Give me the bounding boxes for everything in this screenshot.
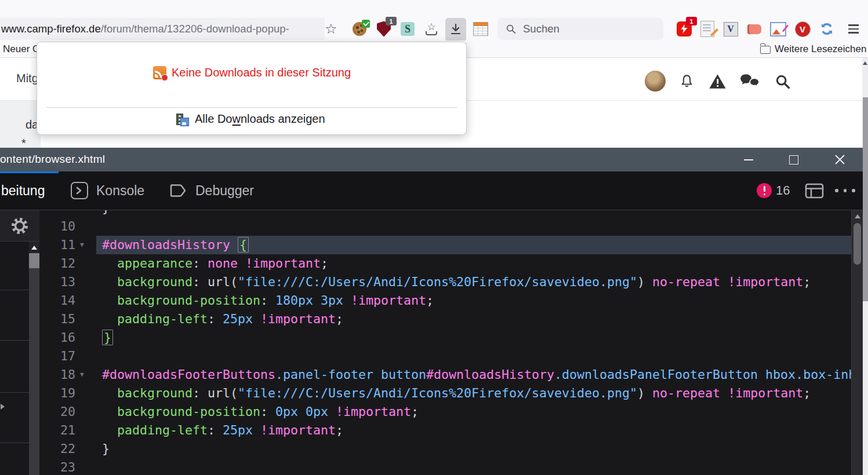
code-line-16[interactable]: } bbox=[96, 328, 851, 347]
download-boost-extension-icon[interactable]: 1 bbox=[676, 21, 692, 37]
menu-button[interactable] bbox=[845, 21, 862, 37]
tab-label: Debugger bbox=[195, 183, 254, 199]
gutter-line-21: 21 bbox=[39, 421, 96, 440]
minimize-button[interactable] bbox=[735, 148, 762, 171]
stylesheet-list-scrollbar[interactable] bbox=[29, 242, 39, 475]
code-line-14[interactable]: background-position: 180px 3px !importan… bbox=[96, 291, 851, 310]
gutter-line-20: 20 bbox=[39, 403, 96, 421]
code-line-11[interactable]: #downloadsHistory { bbox=[96, 236, 851, 254]
table-extension-icon[interactable] bbox=[473, 21, 489, 37]
close-button[interactable] bbox=[826, 148, 853, 171]
devtools-menu-button[interactable] bbox=[835, 189, 855, 192]
stylesheet-list bbox=[0, 242, 29, 475]
stylesheet-list-item[interactable] bbox=[0, 242, 29, 290]
tab-style-editor[interactable]: beitung bbox=[1, 171, 45, 210]
tab-console[interactable]: Konsole bbox=[71, 171, 144, 210]
error-badge-icon[interactable] bbox=[757, 183, 772, 198]
script-page-icon bbox=[700, 21, 714, 37]
code-line-19[interactable]: background: url("file:///C:/Users/Andi/I… bbox=[96, 384, 851, 403]
split-console-button[interactable] bbox=[805, 183, 824, 199]
bookmark-star-icon[interactable]: ☆ bbox=[325, 21, 337, 37]
cookie-extension-icon[interactable] bbox=[351, 21, 368, 37]
code-line-20[interactable]: background-position: 0px 0px !important; bbox=[96, 403, 851, 421]
editor-code[interactable]: }#downloadsHistory { appearance: none !i… bbox=[96, 210, 851, 475]
show-all-downloads-icon bbox=[176, 114, 189, 126]
url-domain: www.camp-firefox.de bbox=[1, 23, 101, 35]
options-button[interactable] bbox=[0, 210, 39, 242]
addon-star-extension-icon[interactable]: ☆ bbox=[423, 21, 440, 37]
gutter-line-16: 16 bbox=[39, 328, 96, 347]
scroll-up-icon[interactable] bbox=[29, 242, 39, 253]
gutter-line-23: 23 bbox=[39, 458, 96, 475]
stylesheet-list-item[interactable] bbox=[0, 393, 29, 443]
code-line-10[interactable] bbox=[96, 217, 851, 236]
forum-search-button[interactable] bbox=[775, 74, 791, 90]
v-extension-icon[interactable]: V bbox=[722, 21, 739, 37]
sync-extension-icon[interactable] bbox=[819, 21, 835, 37]
stylus-extension-icon[interactable]: S bbox=[400, 21, 416, 37]
no-downloads-badge-icon bbox=[161, 74, 168, 81]
image-editor-extension-icon[interactable] bbox=[770, 21, 786, 37]
scroll-extension-icon[interactable] bbox=[746, 21, 762, 37]
stylesheet-list-item[interactable] bbox=[0, 341, 29, 393]
style-editor-panel: 1011▼12131415161718▼1920212223 }#downloa… bbox=[0, 210, 863, 475]
show-all-downloads-button[interactable]: Alle Downloads anzeigen bbox=[195, 112, 325, 126]
gear-icon bbox=[9, 215, 30, 236]
code-line-17[interactable] bbox=[96, 347, 851, 366]
alerts-button[interactable] bbox=[709, 74, 727, 89]
stylesheet-list-item[interactable] bbox=[0, 290, 29, 341]
code-line-15[interactable]: padding-left: 25px !important; bbox=[96, 310, 851, 328]
notifications-button[interactable] bbox=[679, 74, 695, 89]
code-line-13[interactable]: background: url("file:///C:/Users/Andi/I… bbox=[96, 273, 851, 291]
gutter-line-13: 13 bbox=[39, 273, 96, 291]
search-bar[interactable] bbox=[497, 18, 663, 40]
no-downloads-message: Keine Downloads in dieser Sitzung bbox=[172, 66, 351, 79]
stylesheet-list-item[interactable] bbox=[0, 443, 29, 475]
ublock-extension-icon[interactable]: 1 bbox=[376, 21, 392, 37]
messages-button[interactable] bbox=[740, 74, 760, 89]
scrollbar-thumb[interactable] bbox=[29, 253, 39, 268]
check-badge-icon bbox=[362, 20, 370, 28]
minimize-icon bbox=[744, 159, 753, 160]
gutter-line-17: 17 bbox=[39, 347, 96, 366]
bookmark-item-weitere-lesezeichen[interactable]: Weitere Lesezeichen bbox=[775, 43, 866, 55]
fold-arrow-icon[interactable]: ▼ bbox=[80, 236, 84, 254]
code-line-18[interactable]: #downloadsFooterButtons.panel-footer but… bbox=[96, 366, 851, 384]
gutter-line-partial bbox=[39, 210, 96, 217]
code-line-21[interactable]: padding-left: 25px !important; bbox=[96, 421, 851, 440]
image-edit-icon bbox=[770, 22, 786, 36]
code-line-12[interactable]: appearance: none !important; bbox=[96, 254, 851, 273]
scroll-up-icon[interactable] bbox=[863, 61, 867, 65]
helper-badge: 1 bbox=[686, 17, 697, 25]
code-line-23[interactable] bbox=[96, 458, 851, 475]
scrollbar-thumb[interactable] bbox=[854, 223, 861, 265]
code-line-22[interactable]: } bbox=[96, 440, 851, 458]
downloads-popup: Keine Downloads in dieser Sitzung Alle D… bbox=[37, 42, 467, 135]
error-count: 16 bbox=[776, 171, 790, 210]
fold-arrow-icon[interactable]: ▼ bbox=[80, 366, 84, 384]
script-editor-extension-icon[interactable] bbox=[699, 21, 716, 37]
tab-debugger[interactable]: Debugger bbox=[169, 171, 254, 210]
avatar[interactable] bbox=[645, 71, 666, 92]
maximize-button[interactable] bbox=[780, 148, 807, 171]
search-icon bbox=[775, 74, 791, 90]
page-scrollbar-thumb[interactable] bbox=[863, 97, 868, 301]
editor-scrollbar[interactable] bbox=[851, 210, 863, 475]
rss-downloads-icon bbox=[153, 66, 166, 79]
downloads-toolbar-button[interactable] bbox=[445, 18, 466, 41]
gutter-line-12: 12 bbox=[39, 254, 96, 273]
stylus-icon: S bbox=[401, 22, 415, 36]
forum-nav-item[interactable]: Mitg bbox=[16, 72, 38, 85]
tab-label: Konsole bbox=[96, 183, 144, 199]
expand-arrow-icon[interactable] bbox=[1, 404, 5, 410]
gutter-line-19: 19 bbox=[39, 384, 96, 403]
warning-icon bbox=[709, 74, 727, 89]
bookmark-item-neuer-ordner[interactable]: Neuer O bbox=[3, 43, 40, 55]
v-circle-extension-icon[interactable]: V bbox=[794, 21, 811, 37]
code-line-partial[interactable]: } bbox=[96, 210, 851, 217]
scroll-up-icon[interactable] bbox=[855, 214, 860, 218]
sync-icon bbox=[819, 21, 834, 36]
search-input[interactable] bbox=[522, 22, 652, 36]
pencil-icon bbox=[710, 28, 718, 36]
url-bar[interactable]: www.camp-firefox.de/forum/thema/132206-d… bbox=[0, 18, 325, 40]
